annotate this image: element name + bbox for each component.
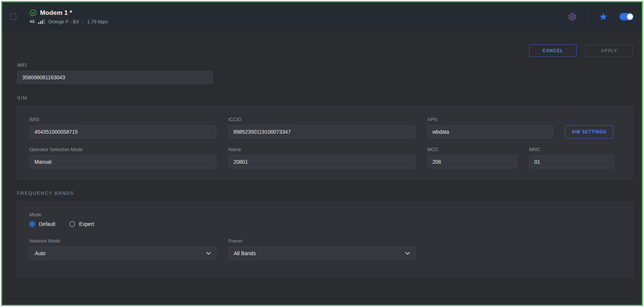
imei-field: IMEI bbox=[17, 62, 213, 84]
imei-label: IMEI bbox=[17, 62, 213, 68]
radio-expert[interactable]: Expert bbox=[69, 221, 94, 227]
iccid-label: ICCID bbox=[228, 117, 415, 122]
radio-default[interactable]: Default bbox=[29, 221, 55, 227]
mcc-field: MCC bbox=[427, 147, 517, 168]
imsi-input[interactable] bbox=[29, 125, 216, 139]
signal-bars-icon bbox=[38, 19, 45, 24]
frequency-bands-title: FREQUENCY BANDS bbox=[17, 190, 633, 196]
mnc-input[interactable] bbox=[529, 155, 614, 168]
select-modem-checkbox[interactable] bbox=[10, 14, 16, 20]
modem-settings-content: CANCEL APPLY IMEI SIM IMSI ICCID APN bbox=[2, 31, 642, 277]
apn-input[interactable] bbox=[427, 125, 553, 139]
chevron-down-icon bbox=[206, 252, 211, 255]
radio-expert-circle bbox=[69, 221, 75, 227]
mode-label: Mode bbox=[29, 212, 621, 217]
modem-toggle[interactable] bbox=[620, 13, 634, 20]
chevron-down-icon bbox=[405, 252, 410, 255]
network-mode-select[interactable]: Auto bbox=[29, 247, 216, 260]
mode-radio-group: Default Expert bbox=[29, 221, 621, 227]
app-frame: Modem 1 * 4G Orange F - B3 · 1.79 kbps ★ bbox=[1, 1, 643, 306]
sim-section-title: SIM bbox=[17, 95, 633, 101]
modem-title-block: Modem 1 * 4G Orange F - B3 · 1.79 kbps bbox=[30, 9, 108, 24]
mcc-input[interactable] bbox=[427, 155, 517, 168]
gear-icon[interactable] bbox=[568, 13, 577, 21]
operator-mode-field: Operator Selection Mode bbox=[29, 147, 216, 168]
check-circle-icon bbox=[30, 9, 37, 16]
cancel-button[interactable]: CANCEL bbox=[529, 44, 577, 57]
radio-default-circle bbox=[29, 221, 35, 227]
imei-input[interactable] bbox=[17, 71, 213, 84]
operator-label: Orange F - B3 bbox=[48, 19, 79, 24]
apn-label: APN bbox=[427, 117, 553, 122]
header-divider bbox=[588, 11, 588, 22]
name-label: Name bbox=[228, 147, 415, 152]
radio-default-label: Default bbox=[39, 221, 55, 227]
imsi-field: IMSI bbox=[29, 117, 216, 139]
iccid-input[interactable] bbox=[228, 125, 415, 139]
modem-header: Modem 1 * 4G Orange F - B3 · 1.79 kbps ★ bbox=[2, 2, 642, 31]
frequency-bands-panel: Mode Default Expert Network Mode Auto bbox=[17, 201, 633, 277]
apn-field: APN bbox=[427, 117, 553, 139]
preset-label: Preset bbox=[228, 238, 415, 244]
iccid-field: ICCID bbox=[228, 117, 415, 139]
modem-title: Modem 1 * bbox=[40, 9, 72, 17]
mnc-label: MNC bbox=[529, 147, 614, 152]
mnc-field: MNC bbox=[529, 147, 614, 168]
preset-select-field: Preset All Bands bbox=[228, 238, 415, 260]
name-input[interactable] bbox=[228, 155, 415, 168]
network-mode-select-field: Network Mode Auto bbox=[29, 238, 216, 260]
form-actions: CANCEL APPLY bbox=[17, 44, 633, 57]
imsi-label: IMSI bbox=[29, 117, 216, 122]
network-type-label: 4G bbox=[30, 20, 35, 24]
network-mode-value: Auto bbox=[35, 250, 46, 256]
star-icon[interactable]: ★ bbox=[599, 12, 608, 21]
preset-select[interactable]: All Bands bbox=[228, 247, 415, 260]
sim-settings-button[interactable]: SIM SETTINGS bbox=[565, 125, 613, 139]
mcc-label: MCC bbox=[427, 147, 517, 152]
sim-panel: IMSI ICCID APN SIM SETTINGS Operator Sel… bbox=[17, 106, 633, 179]
dot-separator: · bbox=[82, 19, 84, 24]
apply-button[interactable]: APPLY bbox=[585, 44, 633, 57]
operator-mode-label: Operator Selection Mode bbox=[29, 147, 216, 152]
speed-label: 1.79 kbps bbox=[87, 19, 108, 24]
preset-value: All Bands bbox=[234, 250, 256, 256]
operator-mode-input[interactable] bbox=[29, 155, 216, 168]
network-mode-label: Network Mode bbox=[29, 238, 216, 244]
name-field: Name bbox=[228, 147, 415, 168]
radio-expert-label: Expert bbox=[79, 221, 94, 227]
toggle-knob bbox=[627, 14, 633, 20]
